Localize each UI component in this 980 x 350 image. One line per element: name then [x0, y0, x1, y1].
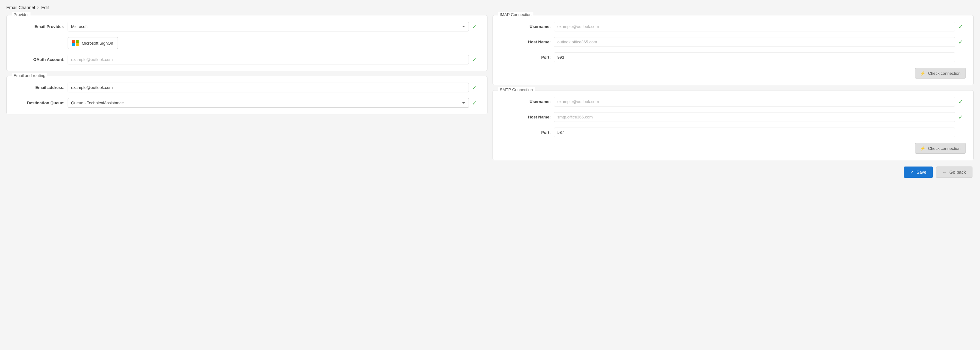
- breadcrumb-edit: Edit: [41, 5, 49, 10]
- imap-hostname-label: Host Name:: [500, 40, 551, 44]
- imap-port-row: Port: 993: [500, 52, 966, 62]
- imap-check-connection-label: Check connection: [928, 71, 961, 76]
- smtp-username-check-icon: ✓: [958, 98, 966, 105]
- save-button[interactable]: ✓ Save: [904, 166, 933, 178]
- provider-panel-title: Provider: [12, 12, 30, 17]
- imap-bolt-icon: ⚡: [920, 71, 926, 76]
- smtp-username-label: Username:: [500, 99, 551, 104]
- smtp-panel-title: SMTP Connection: [498, 87, 535, 92]
- destination-queue-row: Destination Queue: Queue - TechnicalAssi…: [14, 98, 480, 108]
- breadcrumb-separator: >: [37, 5, 39, 10]
- microsoft-logo-icon: [72, 40, 79, 46]
- save-label: Save: [916, 169, 926, 175]
- go-back-label: Go back: [950, 169, 966, 175]
- smtp-port-row: Port: 587: [500, 128, 966, 137]
- smtp-port-value: 587: [554, 128, 955, 137]
- smtp-panel: SMTP Connection Username: example@outloo…: [493, 90, 974, 160]
- email-routing-panel-title: Email and routing: [12, 73, 47, 78]
- oauth-account-label: OAuth Account:: [14, 57, 64, 62]
- oauth-account-check-icon: ✓: [472, 56, 480, 63]
- email-provider-label: Email Provider:: [14, 24, 64, 29]
- imap-username-value: example@outlook.com: [554, 22, 955, 32]
- right-panels: IMAP Connection Username: example@outloo…: [493, 15, 974, 160]
- smtp-check-connection-label: Check connection: [928, 146, 961, 151]
- smtp-hostname-label: Host Name:: [500, 115, 551, 119]
- imap-panel-title: IMAP Connection: [498, 12, 533, 17]
- smtp-hostname-row: Host Name: smtp.office365.com ✓: [500, 112, 966, 122]
- imap-panel: IMAP Connection Username: example@outloo…: [493, 15, 974, 85]
- email-address-check-icon: ✓: [472, 84, 480, 91]
- email-provider-select[interactable]: Microsoft: [68, 22, 469, 32]
- imap-hostname-check-icon: ✓: [958, 39, 966, 46]
- email-provider-check-icon: ✓: [472, 23, 480, 30]
- destination-queue-label: Destination Queue:: [14, 101, 64, 105]
- smtp-bolt-icon: ⚡: [920, 146, 926, 151]
- oauth-account-input[interactable]: [68, 55, 469, 64]
- imap-hostname-row: Host Name: outlook.office365.com ✓: [500, 37, 966, 47]
- imap-check-connection-row: ⚡ Check connection: [500, 68, 966, 79]
- smtp-port-label: Port:: [500, 130, 551, 135]
- imap-port-value: 993: [554, 52, 955, 62]
- smtp-username-row: Username: example@outlook.com ✓: [500, 97, 966, 106]
- imap-username-row: Username: example@outlook.com ✓: [500, 22, 966, 32]
- microsoft-signon-label: Microsoft SignOn: [82, 41, 113, 46]
- destination-queue-check-icon: ✓: [472, 100, 480, 106]
- go-back-arrow-icon: ←: [943, 169, 947, 175]
- breadcrumb-email-channel: Email Channel: [6, 5, 35, 10]
- smtp-hostname-value: smtp.office365.com: [554, 112, 955, 122]
- imap-hostname-value: outlook.office365.com: [554, 37, 955, 47]
- save-check-icon: ✓: [910, 169, 914, 175]
- smtp-check-connection-button[interactable]: ⚡ Check connection: [915, 143, 966, 154]
- microsoft-signon-button[interactable]: Microsoft SignOn: [68, 37, 118, 49]
- imap-username-label: Username:: [500, 24, 551, 29]
- destination-queue-select[interactable]: Queue - TechnicalAssistance: [68, 98, 469, 108]
- smtp-hostname-check-icon: ✓: [958, 114, 966, 120]
- email-address-row: Email address: ✓: [14, 82, 480, 92]
- microsoft-signon-row: Microsoft SignOn: [14, 37, 480, 49]
- smtp-check-connection-row: ⚡ Check connection: [500, 143, 966, 154]
- page-wrapper: Email Channel > Edit Provider Email Prov…: [0, 0, 980, 183]
- imap-check-connection-button[interactable]: ⚡ Check connection: [915, 68, 966, 79]
- imap-username-check-icon: ✓: [958, 23, 966, 30]
- oauth-account-row: OAuth Account: ✓: [14, 55, 480, 64]
- provider-panel: Provider Email Provider: Microsoft ✓ Mic…: [6, 15, 487, 71]
- imap-port-label: Port:: [500, 55, 551, 60]
- breadcrumb: Email Channel > Edit: [6, 5, 974, 10]
- footer-actions: ✓ Save ← Go back: [6, 166, 974, 178]
- go-back-button[interactable]: ← Go back: [936, 166, 972, 178]
- email-routing-panel: Email and routing Email address: ✓ Desti…: [6, 76, 487, 114]
- email-provider-row: Email Provider: Microsoft ✓: [14, 22, 480, 32]
- left-panels: Provider Email Provider: Microsoft ✓ Mic…: [6, 15, 487, 160]
- main-content: Provider Email Provider: Microsoft ✓ Mic…: [6, 15, 974, 160]
- smtp-username-value: example@outlook.com: [554, 97, 955, 106]
- email-address-label: Email address:: [14, 85, 64, 90]
- email-address-input[interactable]: [68, 82, 469, 92]
